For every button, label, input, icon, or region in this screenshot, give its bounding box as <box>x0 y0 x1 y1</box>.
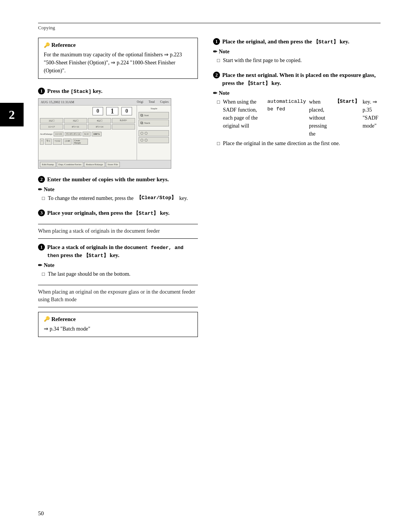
screen-body: 0 1 0 2⊔ □ <box>38 105 171 168</box>
btn-8half14[interactable]: 8½×14 <box>88 124 111 129</box>
reference-title-2: 🔑 Reference <box>44 316 192 323</box>
section-divider-1b <box>38 238 198 239</box>
zoom-size2[interactable]: 5½×8½ 8½×14 <box>65 132 82 136</box>
two-col-layout: 🔑 Reference For the maximum tray capacit… <box>38 38 381 345</box>
edit-stamp-btn[interactable]: Edit/Stamp <box>40 162 56 167</box>
sub-step-1-text: Place a stack of originals in the docume… <box>47 243 198 259</box>
step-1-text: Press the [Stack] key. <box>47 87 102 95</box>
section-label-2: When placing an original on the exposure… <box>38 288 198 304</box>
screen-date: AUG 15,2002 11:31AM <box>41 100 74 104</box>
counter-copies: 0 <box>121 107 132 115</box>
sort2-btn[interactable]: ⬡⬡ <box>139 130 169 136</box>
section-divider-1 <box>38 224 198 224</box>
page-number: 50 <box>38 510 44 517</box>
right-column: 1 Place the original, and then press the… <box>213 38 381 345</box>
step-3-block: 3 Place your originals, then press the 【… <box>38 209 198 217</box>
reference-box-1: 🔑 Reference For the maximum tray capacit… <box>38 38 198 79</box>
stack2-btn[interactable]: ⬡⬡ <box>139 137 169 143</box>
plus-btn[interactable]: +|112 <box>53 139 62 145</box>
spacer <box>139 127 169 129</box>
step-2-note: ✏ Note To change the entered number, pre… <box>38 187 198 202</box>
section-divider-2 <box>38 285 198 285</box>
stack-btn[interactable]: ⧉ Stack <box>139 120 169 126</box>
right-step-1-heading: 1 Place the original, and then press the… <box>213 38 381 46</box>
key-icon-2: 🔑 <box>44 316 50 322</box>
zoom-size1[interactable]: 11×15 <box>54 132 64 136</box>
start-key-sadf: 【Start】 <box>335 98 360 105</box>
monospace-1: document feeder, and then <box>47 245 183 259</box>
left-column: 🔑 Reference For the maximum tray capacit… <box>38 38 198 345</box>
btn-bypass[interactable]: B,D/D+ <box>112 118 135 123</box>
screen-image: AUG 15,2002 11:31AM Origi Total Copies <box>38 98 171 169</box>
staple-buttons: ⧉ Sort ⧉ Stack ⬡⬡ ⬡⬡ <box>139 112 169 143</box>
start-key-3: 【Start】 <box>134 211 158 216</box>
minus-btn[interactable]: -|148 <box>63 139 72 145</box>
right-step-1-text: Place the original, and then press the 【… <box>222 38 349 46</box>
counter-origi: 0 <box>92 107 103 115</box>
right-step-2-text: Place the next original. When it is plac… <box>222 71 381 87</box>
stack-key: [Stack] <box>70 89 91 94</box>
step-1-heading: 1 Press the [Stack] key. <box>38 87 198 95</box>
reduce-enlarge-btn[interactable]: Reduce/Enlarge <box>84 162 105 167</box>
zoom-row: AceEnlarge 11×15 5½×8½ 8½×14 9.3× 100% <box>40 132 135 136</box>
pencil-icon-r2: ✏ <box>213 90 217 96</box>
sort-btn[interactable]: ⧉ Sort <box>139 112 169 119</box>
monospace-sadf: automatically be fed <box>268 98 306 113</box>
btn-2up[interactable]: 2⊔ □ <box>40 118 63 123</box>
step-1-num: 1 <box>38 88 45 94</box>
lbl-copies: Copies <box>160 100 169 104</box>
pencil-icon-r1: ✏ <box>213 49 217 55</box>
right-step-1-note-title: ✏ Note <box>213 49 381 55</box>
right-step-2-note-item-2: Place the original in the same direction… <box>213 139 381 147</box>
rotate-btn[interactable]: ↻1 <box>45 139 52 145</box>
right-step-2-num: 2 <box>213 72 220 78</box>
step-3-heading: 3 Place your originals, then press the 【… <box>38 209 198 217</box>
right-step-1-block: 1 Place the original, and then press the… <box>213 38 381 64</box>
step-2-block: 2 Enter the number of copies with the nu… <box>38 176 198 202</box>
key-icon-1: 🔑 <box>44 42 50 48</box>
reference-body-1: For the maximum tray capacity of the opt… <box>44 51 192 75</box>
btn-4up[interactable]: 4⊔ □ <box>88 118 111 123</box>
sub-step-1-note: ✏ Note The last page should be on the bo… <box>38 262 198 278</box>
create-margin-btn[interactable]: Create Margin <box>73 139 88 145</box>
pencil-icon-2: ✏ <box>38 187 42 193</box>
dup-combine-btn[interactable]: Dup./Combine/Series <box>57 162 83 167</box>
right-step-2-block: 2 Place the next original. When it is pl… <box>213 71 381 147</box>
reference-label-2: Reference <box>51 316 76 323</box>
store-file-btn[interactable]: Store File <box>106 162 120 167</box>
action-row: • ↻1 +|112 -|148 Create Margin <box>40 139 135 145</box>
step-2-note-title: ✏ Note <box>38 187 198 193</box>
start-key-r1: 【Start】 <box>314 39 338 45</box>
screen-bottom-bar: Edit/Stamp Dup./Combine/Series Reduce/En… <box>38 160 171 168</box>
right-step-2-note: ✏ Note When using the SADF function, eac… <box>213 90 381 147</box>
dot-btn[interactable]: • <box>40 139 44 145</box>
screen-left: 0 1 0 2⊔ □ <box>38 105 137 168</box>
lbl-origi: Origi <box>137 100 143 104</box>
note-label-r1: Note <box>219 49 229 55</box>
reference-box-2: 🔑 Reference ⇒ p.34 "Batch mode" <box>38 312 198 337</box>
note-label-r2: Note <box>219 90 229 96</box>
note-label-sub1: Note <box>44 262 54 268</box>
right-step-1-num: 1 <box>213 38 220 45</box>
page: Copying 2 🔑 Reference For the maximum tr… <box>0 0 411 532</box>
screen-top-bar: AUG 15,2002 11:31AM Origi Total Copies <box>38 99 171 105</box>
sub-step-1-heading: 1 Place a stack of originals in the docu… <box>38 243 198 259</box>
btn-8half11[interactable]: 8½×11 <box>64 124 87 129</box>
section-divider-2b <box>38 307 198 307</box>
zoom-factor[interactable]: 9.3× <box>83 132 91 136</box>
right-step-2-note-item-1: When using the SADF function, each page … <box>213 98 381 138</box>
pencil-icon-sub1: ✏ <box>38 262 42 268</box>
step-2-note-item: To change the entered number, press the … <box>38 194 198 202</box>
btn-11x17[interactable]: 11×17 <box>40 124 63 129</box>
right-step-2-heading: 2 Place the next original. When it is pl… <box>213 71 381 87</box>
top-rule <box>38 23 381 23</box>
counter-row: 0 1 0 <box>40 107 135 115</box>
right-step-2-note-title: ✏ Note <box>213 90 381 96</box>
btn-3up[interactable]: 3⊔ □ <box>64 118 87 123</box>
step-1-block: 1 Press the [Stack] key. AUG 15,2002 11:… <box>38 87 198 169</box>
side-tab: 2 <box>0 103 24 126</box>
sub-step-1-block: 1 Place a stack of originals in the docu… <box>38 243 198 278</box>
zoom-percent[interactable]: 100% <box>92 132 102 136</box>
sub-step-1-note-item: The last page should be on the bottom. <box>38 270 198 278</box>
note-label-2: Note <box>44 187 54 193</box>
